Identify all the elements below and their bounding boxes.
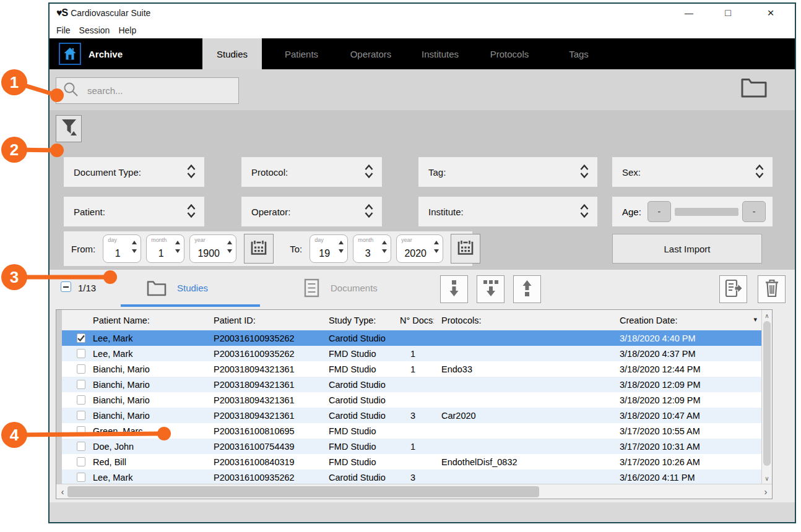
from-month-spinner[interactable]: month 1 — [146, 234, 184, 263]
spinner-arrows[interactable] — [175, 241, 180, 253]
menu-item-file[interactable]: File — [56, 25, 71, 35]
row-checkbox[interactable] — [77, 333, 85, 343]
dropdown-label: Operator: — [251, 207, 290, 217]
vertical-scrollbar-thumb[interactable] — [763, 321, 771, 466]
collapse-button[interactable] — [513, 275, 541, 303]
studies-table: Patient Name:Patient ID:Study Type:N° Do… — [56, 309, 773, 499]
nav-tab-tags[interactable]: Tags — [549, 38, 608, 69]
home-icon — [59, 43, 81, 65]
table-row[interactable]: Lee, MarkP200316100935262Carotid Studio3… — [62, 470, 761, 484]
menu-item-session[interactable]: Session — [79, 25, 110, 35]
row-checkbox[interactable] — [77, 442, 85, 451]
minimize-button[interactable]: — — [678, 4, 699, 22]
close-button[interactable]: × — [760, 4, 781, 22]
spinner-value: 1 — [149, 248, 173, 259]
studies-folder-icon — [147, 280, 167, 299]
expand-all-button[interactable] — [477, 275, 504, 303]
filter-dropdown-protocol[interactable]: Protocol: — [241, 157, 382, 187]
row-checkbox[interactable] — [77, 457, 85, 466]
table-row[interactable]: Green, MarcP200316100810695FMD Studio3/1… — [62, 423, 761, 439]
filter-dropdown-sex[interactable]: Sex: — [612, 157, 773, 187]
table-row[interactable]: Lee, MarkP200316100935262FMD Studio13/18… — [62, 346, 761, 361]
nav-tab-institutes[interactable]: Institutes — [410, 38, 470, 69]
table-row[interactable]: Bianchi, MarioP200318094321361Carotid St… — [62, 377, 761, 392]
home-button[interactable]: Archive — [50, 38, 123, 69]
filter-dropdown-institute[interactable]: Institute: — [418, 197, 597, 226]
horizontal-scrollbar[interactable]: ‹ › — [56, 484, 772, 499]
table-row[interactable]: Bianchi, MarioP200318094321361Carotid St… — [62, 408, 761, 423]
age-slider-track[interactable] — [675, 208, 738, 216]
filter-button[interactable] — [56, 115, 82, 142]
from-year-spinner[interactable]: year 1900 — [189, 234, 236, 263]
scroll-left-icon[interactable]: ‹ — [58, 484, 67, 499]
callout-number: 4 — [10, 426, 19, 444]
last-import-button[interactable]: Last Import — [612, 234, 762, 264]
spinner-arrows[interactable] — [227, 241, 232, 253]
row-checkbox[interactable] — [77, 473, 85, 482]
to-day-spinner[interactable]: day 19 — [310, 234, 348, 263]
nav-tab-patients[interactable]: Patients — [272, 38, 331, 69]
to-calendar-button[interactable] — [451, 234, 480, 264]
nav-tab-studies[interactable]: Studies — [202, 38, 262, 69]
row-checkbox[interactable] — [77, 380, 85, 389]
row-checkbox[interactable] — [77, 364, 85, 374]
results-toolbar: 1/13 Studies Documents — [50, 270, 795, 309]
titlebar: ♥S Cardiovascular Suite — □ × — [50, 4, 795, 22]
maximize-button[interactable]: □ — [717, 4, 738, 22]
spinner-arrows[interactable] — [382, 241, 387, 253]
dropdown-label: Sex: — [622, 167, 641, 178]
archive-folder-icon[interactable] — [741, 77, 767, 101]
sort-caret-icon[interactable]: ▾ — [753, 315, 757, 324]
callout-number: 3 — [10, 268, 19, 286]
chevron-updown-icon — [364, 203, 374, 221]
spinner-arrows[interactable] — [434, 241, 439, 253]
spinner-arrows[interactable] — [132, 241, 137, 253]
scroll-down-icon[interactable]: ∨ — [762, 473, 772, 483]
menu-item-help[interactable]: Help — [118, 25, 136, 35]
export-button[interactable] — [719, 275, 747, 303]
age-filter: Age: - - — [612, 197, 773, 226]
calendar-icon — [456, 238, 475, 259]
cell-patient-id: P200318094321361 — [206, 395, 321, 405]
filter-dropdown-tag[interactable]: Tag: — [418, 157, 597, 187]
spinner-value: 3 — [356, 248, 379, 259]
filter-dropdown-document-type[interactable]: Document Type: — [64, 157, 204, 187]
from-day-spinner[interactable]: day 1 — [103, 234, 141, 263]
table-row[interactable]: Bianchi, MarioP200318094321361FMD Studio… — [62, 361, 761, 377]
to-month-spinner[interactable]: month 3 — [353, 234, 391, 263]
row-checkbox[interactable] — [77, 349, 85, 358]
row-checkbox[interactable] — [77, 411, 85, 420]
tab-studies[interactable]: Studies — [177, 283, 208, 293]
select-all-checkbox[interactable] — [61, 281, 71, 292]
spinner-arrows[interactable] — [339, 241, 344, 253]
row-checkbox[interactable] — [77, 426, 85, 435]
cell-n-docs: 3 — [392, 473, 434, 483]
filter-dropdown-operator[interactable]: Operator: — [241, 197, 382, 226]
cell-n-docs: 3 — [392, 411, 434, 421]
nav-tab-operators[interactable]: Operators — [341, 38, 400, 69]
spinner-unit-label: month — [151, 237, 167, 243]
table-row[interactable]: Bianchi, MarioP200318094321361Carotid St… — [62, 392, 761, 408]
vertical-scrollbar[interactable]: ∧ ∨ — [761, 310, 772, 484]
to-year-spinner[interactable]: year 2020 — [396, 234, 443, 263]
filter-dropdown-patient[interactable]: Patient: — [64, 197, 204, 226]
table-row[interactable]: Lee, MarkP200316100935262Carotid Studio3… — [62, 330, 761, 346]
table-row[interactable]: Red, BillP200316100840319FMD StudioEndot… — [62, 454, 761, 470]
horizontal-scrollbar-thumb[interactable] — [67, 486, 539, 497]
cell-patient-name: Lee, Mark — [85, 333, 206, 343]
nav-tab-protocols[interactable]: Protocols — [480, 38, 539, 69]
delete-button[interactable] — [758, 275, 786, 303]
age-max-handle[interactable]: - — [742, 201, 766, 222]
search-input[interactable]: search... — [56, 77, 239, 104]
scroll-up-icon[interactable]: ∧ — [762, 311, 772, 320]
scroll-right-icon[interactable]: › — [761, 484, 771, 499]
age-min-handle[interactable]: - — [647, 201, 671, 222]
tab-documents[interactable]: Documents — [331, 283, 378, 293]
chevron-updown-icon — [579, 203, 589, 221]
expand-selected-button[interactable] — [440, 275, 468, 303]
search-row: search... — [50, 69, 795, 110]
table-row[interactable]: Doe, JohnP200316100754439FMD Studio13/17… — [62, 439, 761, 454]
row-checkbox[interactable] — [77, 395, 85, 405]
documents-icon — [304, 278, 319, 300]
from-calendar-button[interactable] — [244, 234, 274, 264]
